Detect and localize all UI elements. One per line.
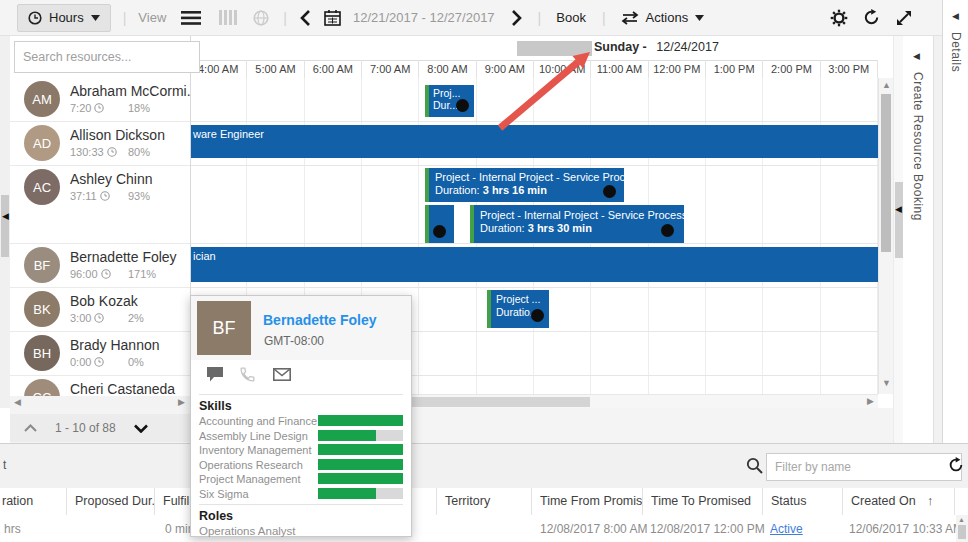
booking-block[interactable]: Project - Internal Project - Service Pro… — [425, 168, 624, 202]
booking-status-dot[interactable] — [531, 309, 544, 322]
hover-card-header: BF Bernadette Foley GMT-08:00 — [191, 296, 411, 360]
settings-gear-icon[interactable] — [830, 9, 848, 27]
status-link[interactable]: Active — [770, 515, 803, 542]
requirement-group-bar[interactable]: ware Engineer — [190, 125, 878, 158]
day-scroll-indicator[interactable] — [517, 41, 592, 56]
calendar-icon[interactable] — [324, 9, 341, 26]
grid-mini-vscrollbar[interactable]: ▲ — [956, 515, 968, 542]
toolbar-divider: | — [283, 10, 287, 26]
resource-list-hscrollbar[interactable]: ◀ ▶ — [10, 396, 190, 409]
date-range-label[interactable]: 12/21/2017 - 12/27/2017 — [353, 10, 495, 25]
email-icon[interactable] — [273, 368, 291, 381]
scroll-up-icon[interactable]: ▲ — [958, 516, 965, 523]
book-button[interactable]: Book — [556, 10, 586, 25]
duration-value: 3 hrs 30 min — [528, 222, 592, 234]
resource-row[interactable]: AC Ashley Chinn 37:11 93% — [10, 165, 190, 244]
column-view-icon[interactable] — [219, 10, 237, 25]
resource-row[interactable]: BK Bob Kozak 3:00 2% — [10, 287, 190, 332]
day-header: Sunday - 12/24/2017 — [190, 35, 878, 61]
skill-row: Operations Research — [199, 458, 403, 472]
schedule-board: Hours | View | 12/21/2017 - 12/27/2017 |… — [0, 0, 968, 542]
next-period-icon[interactable] — [512, 10, 522, 26]
time-tick: 6:00 AM — [305, 60, 362, 78]
resource-row[interactable]: AM Abraham McCormi... 7:20 18% — [10, 77, 190, 122]
page-up-icon[interactable] — [24, 424, 37, 432]
role-name: Operations Analyst — [199, 525, 296, 537]
booking-block[interactable]: Project ... Duratio... — [487, 290, 549, 328]
requirement-group-bar[interactable]: ician — [190, 247, 878, 282]
skill-rating-bar — [318, 473, 403, 484]
phone-icon[interactable] — [239, 366, 256, 383]
resource-timezone: GMT-08:00 — [264, 334, 324, 348]
booking-title: Project - Internal Project - Service Pro… — [429, 168, 624, 183]
scroll-down-icon[interactable]: ▼ — [882, 379, 891, 388]
booking-status-dot[interactable] — [603, 185, 616, 198]
grid-vscrollbar[interactable]: ▲ ▼ — [878, 78, 894, 394]
previous-period-icon[interactable] — [300, 10, 310, 26]
hours-mode-button[interactable]: Hours — [17, 4, 111, 32]
skill-name: Operations Research — [199, 459, 303, 471]
filter-by-name-input[interactable] — [766, 453, 962, 481]
scroll-right-icon[interactable]: ▶ — [178, 398, 185, 407]
booking-status-dot[interactable] — [433, 225, 446, 238]
scroll-left-icon[interactable]: ◀ — [14, 398, 21, 407]
clock-icon — [94, 357, 104, 367]
collapse-left-icon[interactable]: ◀ — [2, 212, 9, 221]
booking-status-dot[interactable] — [661, 224, 674, 237]
list-view-icon[interactable] — [181, 11, 201, 25]
requirements-toolbar: t — [0, 444, 968, 489]
refresh-icon[interactable] — [863, 9, 880, 26]
expand-tab-icon[interactable]: ◀ — [913, 52, 920, 61]
chat-icon[interactable] — [206, 366, 224, 383]
resource-row[interactable]: BF Bernadette Foley 96:00 171% — [10, 243, 190, 288]
requirement-row[interactable]: hrs 0 min 12/08/2017 8:00 AM 12/08/2017 … — [0, 515, 968, 542]
time-tick: 7:00 AM — [362, 60, 419, 78]
resource-name-link[interactable]: Bernadette Foley — [263, 312, 377, 328]
create-resource-booking-tab[interactable]: ◀ Create Resource Booking — [903, 36, 934, 443]
booking-block[interactable] — [425, 205, 454, 243]
column-header[interactable]: Time From Promised — [532, 488, 643, 515]
scrollbar-thumb[interactable] — [958, 525, 966, 539]
scroll-right-icon[interactable]: ▶ — [867, 397, 874, 406]
resource-row[interactable]: BH Brady Hannon 0:00 0% — [10, 331, 190, 376]
booking-block[interactable]: Project - Internal Project - Service Pro… — [470, 205, 684, 243]
resource-name: Bob Kozak — [70, 293, 138, 309]
scroll-up-icon[interactable]: ▲ — [882, 81, 891, 90]
details-tab[interactable]: ◀ Details — [942, 0, 968, 443]
resource-pagination: 1 - 10 of 88 — [10, 414, 190, 442]
expand-details-icon[interactable]: ◀ — [952, 12, 959, 21]
column-header[interactable]: ration — [0, 488, 67, 515]
avatar: AC — [24, 169, 60, 205]
skill-name: Accounting and Finance — [199, 415, 317, 427]
scrollbar-thumb[interactable] — [881, 94, 891, 252]
collapse-panel-icon[interactable]: ◀ — [895, 205, 902, 214]
column-header[interactable]: Status — [763, 488, 843, 515]
toolbar: Hours | View | 12/21/2017 - 12/27/2017 |… — [0, 0, 968, 36]
scrollbar-thumb[interactable] — [1, 195, 9, 257]
column-header[interactable]: Proposed Dur... — [67, 488, 155, 515]
resource-hours: 3:00 — [70, 312, 91, 324]
booking-status-dot[interactable] — [456, 99, 469, 112]
column-header[interactable]: Created On ↑ — [843, 488, 955, 515]
expand-fullscreen-icon[interactable] — [896, 10, 912, 26]
refresh-grid-icon[interactable] — [948, 457, 964, 473]
left-panel-scrollbar[interactable]: ◀ — [0, 36, 10, 408]
toolbar-divider: | — [602, 10, 606, 26]
actions-menu-button[interactable]: Actions — [646, 10, 689, 25]
column-header[interactable]: Time To Promised — [643, 488, 763, 515]
column-header[interactable]: Territory — [437, 488, 532, 515]
resource-hours: 0:00 — [70, 356, 91, 368]
requirements-grid-header: ration Proposed Dur... Fulfille... Terri… — [0, 488, 968, 516]
resource-name: Allison Dickson — [70, 127, 165, 143]
view-label: View — [138, 10, 166, 25]
time-tick: 9:00 AM — [477, 60, 534, 78]
skill-rating-bar — [318, 415, 403, 426]
resource-name: Cheri Castaneda — [70, 381, 175, 397]
resource-row[interactable]: AD Allison Dickson 130:33 80% — [10, 121, 190, 166]
splitter-thumb[interactable] — [895, 182, 903, 258]
map-view-icon[interactable] — [253, 10, 269, 26]
search-resources-input[interactable] — [14, 41, 200, 73]
page-down-icon[interactable] — [134, 424, 148, 433]
booking-block[interactable]: Proj... Dur... — [425, 85, 474, 117]
time-tick: 11:00 AM — [591, 60, 648, 78]
